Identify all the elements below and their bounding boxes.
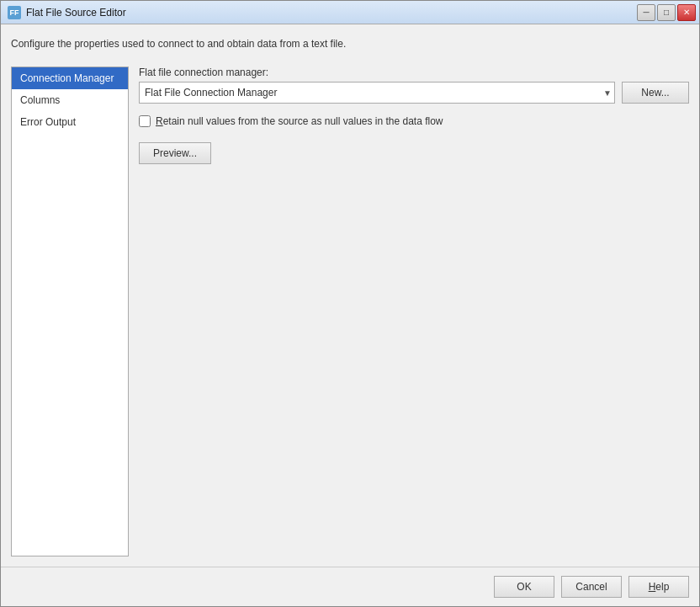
connection-manager-row: Flat File Connection Manager ▼ New...	[139, 82, 689, 104]
title-bar-left: FF Flat File Source Editor	[8, 6, 126, 19]
title-bar-controls: ─ □ ✕	[637, 4, 696, 21]
nav-item-columns[interactable]: Columns	[12, 89, 128, 111]
connection-manager-dropdown[interactable]: Flat File Connection Manager	[139, 82, 615, 104]
restore-button[interactable]: □	[657, 4, 676, 21]
preview-button[interactable]: Preview...	[139, 142, 211, 164]
retain-null-checkbox[interactable]	[139, 115, 151, 127]
ok-button[interactable]: OK	[494, 576, 554, 598]
connection-manager-label: Flat file connection manager:	[139, 67, 689, 78]
close-button[interactable]: ✕	[677, 4, 696, 21]
connection-manager-field-group: Flat file connection manager: Flat File …	[139, 67, 689, 104]
new-button[interactable]: New...	[622, 82, 689, 104]
cancel-button[interactable]: Cancel	[561, 576, 622, 598]
window-title: Flat File Source Editor	[26, 7, 126, 19]
right-panel: Flat file connection manager: Flat File …	[139, 67, 689, 556]
main-window: FF Flat File Source Editor ─ □ ✕ Configu…	[0, 0, 700, 607]
preview-btn-row: Preview...	[139, 142, 689, 164]
retain-null-label: Retain null values from the source as nu…	[156, 115, 443, 127]
left-nav: Connection Manager Columns Error Output	[11, 67, 129, 556]
nav-item-error-output[interactable]: Error Output	[12, 111, 128, 133]
retain-null-checkbox-row: Retain null values from the source as nu…	[139, 115, 689, 127]
app-icon: FF	[8, 6, 21, 19]
nav-item-connection-manager[interactable]: Connection Manager	[12, 67, 128, 89]
title-bar: FF Flat File Source Editor ─ □ ✕	[1, 1, 699, 24]
description-text: Configure the properties used to connect…	[11, 35, 689, 53]
minimize-button[interactable]: ─	[637, 4, 655, 21]
window-content: Configure the properties used to connect…	[1, 24, 699, 567]
window-footer: OK Cancel Help	[1, 567, 699, 606]
dropdown-wrapper: Flat File Connection Manager ▼	[139, 82, 615, 104]
main-area: Connection Manager Columns Error Output …	[11, 67, 689, 556]
help-button[interactable]: Help	[628, 576, 689, 598]
